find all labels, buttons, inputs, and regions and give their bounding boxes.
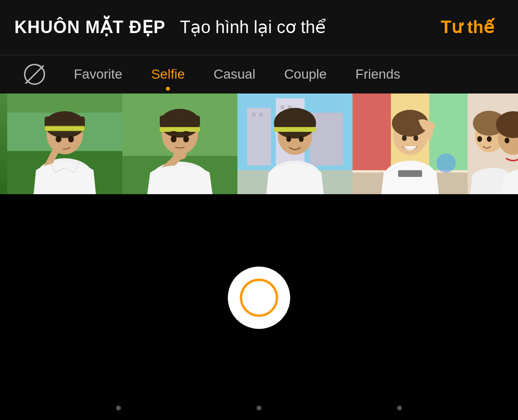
svg-rect-50 bbox=[398, 170, 422, 177]
svg-rect-27 bbox=[252, 113, 256, 117]
svg-point-47 bbox=[422, 121, 435, 131]
header-title-pose[interactable]: Tư thế bbox=[441, 17, 494, 37]
bottom-dot-2 bbox=[257, 406, 261, 410]
svg-point-58 bbox=[505, 138, 509, 143]
svg-point-37 bbox=[299, 136, 304, 142]
tab-selfie[interactable]: Selfie bbox=[137, 55, 199, 93]
header-title-reshape: Tạo hình lại cơ thể bbox=[180, 17, 326, 37]
tab-bar: Favorite Selfie Casual Couple Friends bbox=[0, 55, 518, 93]
no-filter-icon bbox=[24, 64, 45, 85]
tab-couple[interactable]: Couple bbox=[270, 55, 341, 93]
svg-point-11 bbox=[68, 136, 74, 142]
svg-point-48 bbox=[402, 135, 407, 141]
svg-point-49 bbox=[413, 135, 418, 141]
tab-favorite[interactable]: Favorite bbox=[59, 55, 137, 93]
bottom-dots bbox=[0, 406, 518, 410]
svg-rect-0 bbox=[0, 93, 7, 194]
svg-point-36 bbox=[286, 136, 291, 142]
photo-strip bbox=[0, 93, 518, 194]
shutter-button[interactable] bbox=[228, 267, 290, 329]
photo-card-3[interactable] bbox=[237, 93, 353, 194]
svg-rect-9 bbox=[45, 126, 85, 131]
svg-rect-19 bbox=[160, 127, 200, 132]
photo-card-4[interactable] bbox=[353, 93, 468, 194]
tab-casual[interactable]: Casual bbox=[199, 55, 270, 93]
tab-no-filter[interactable] bbox=[10, 55, 59, 93]
header-title-face: KHUÔN MẶT ĐẸP bbox=[14, 17, 165, 37]
svg-point-34 bbox=[274, 108, 316, 139]
svg-point-20 bbox=[171, 136, 177, 142]
svg-rect-35 bbox=[274, 127, 316, 132]
app-header: KHUÔN MẶT ĐẸP Tạo hình lại cơ thể Tư thế bbox=[0, 0, 518, 55]
svg-rect-18 bbox=[160, 116, 200, 126]
photo-card-5[interactable] bbox=[468, 93, 518, 194]
shutter-inner-ring bbox=[240, 279, 278, 317]
svg-point-10 bbox=[56, 136, 61, 142]
tab-friends[interactable]: Friends bbox=[341, 55, 414, 93]
svg-rect-28 bbox=[259, 113, 263, 117]
photo-card-2[interactable] bbox=[122, 93, 237, 194]
svg-point-42 bbox=[436, 153, 456, 173]
svg-point-21 bbox=[183, 136, 189, 142]
svg-point-54 bbox=[477, 136, 482, 142]
photo-card-1[interactable] bbox=[7, 93, 122, 194]
bottom-dot-3 bbox=[397, 406, 402, 410]
svg-rect-29 bbox=[281, 105, 284, 109]
svg-rect-39 bbox=[353, 93, 391, 170]
svg-rect-7 bbox=[45, 117, 85, 126]
photo-card-partial[interactable] bbox=[0, 93, 7, 194]
bottom-dot-1 bbox=[116, 406, 121, 410]
svg-point-55 bbox=[487, 136, 492, 142]
bottom-area bbox=[0, 194, 518, 420]
